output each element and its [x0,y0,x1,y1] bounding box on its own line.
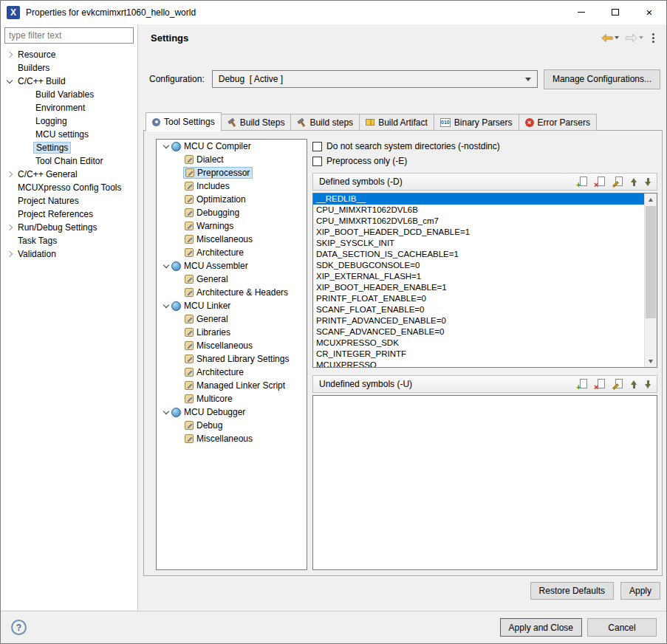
back-dropdown-icon[interactable] [615,36,619,39]
forward-dropdown-icon[interactable] [639,36,643,39]
defined-symbol-row[interactable]: SCANF_FLOAT_ENABLE=0 [313,304,644,315]
defined-symbol-row[interactable]: DATA_SECTION_IS_CACHEABLE=1 [313,249,644,260]
sidebar-item-tool-chain-editor[interactable]: Tool Chain Editor [1,154,137,168]
chevron-down-icon[interactable] [161,265,171,267]
add-symbol-icon[interactable]: + [576,378,589,390]
tool-tree-item-mcu-c-compiler[interactable]: MCU C Compiler [157,140,307,153]
defined-symbol-row[interactable]: __REDLIB__ [313,193,644,205]
tool-tree-item-general[interactable]: General [157,273,307,286]
cancel-button[interactable]: Cancel [587,618,657,637]
sidebar-item-mcu-settings[interactable]: MCU settings [1,128,137,141]
defined-symbol-row[interactable]: CPU_MIMXRT1062DVL6B_cm7 [313,216,644,227]
configuration-combo[interactable]: Debug [ Active ] [212,70,538,88]
sidebar-item-build-variables[interactable]: Build Variables [1,88,137,101]
tool-tree-item-libraries[interactable]: Libraries [157,326,307,339]
close-button[interactable]: × [632,1,666,24]
add-symbol-icon[interactable]: + [576,176,589,188]
chevron-down-icon[interactable] [4,80,16,83]
defined-symbol-row[interactable]: SCANF_ADVANCED_ENABLE=0 [313,326,644,338]
preprocess-only-checkbox[interactable] [312,157,322,166]
help-icon[interactable]: ? [11,620,27,635]
restore-defaults-button[interactable]: Restore Defaults [530,582,614,600]
sidebar-item-resource[interactable]: Resource [1,48,137,61]
delete-symbol-icon[interactable]: × [594,378,606,390]
tab-binary-parsers[interactable]: Binary Parsers [434,114,519,131]
tool-tree-item-dialect[interactable]: Dialect [157,153,307,166]
sidebar-item-builders[interactable]: Builders [1,61,137,75]
defined-symbol-row[interactable]: MCUXPRESSO_SDK [313,338,644,349]
chevron-right-icon[interactable] [4,52,16,57]
tool-tree-item-mcu-assembler[interactable]: MCU Assembler [157,259,307,273]
defined-symbols-list[interactable]: __REDLIB__ CPU_MIMXRT1062DVL6B CPU_MIMXR… [312,193,657,368]
back-button[interactable] [599,32,621,44]
sidebar-item-task-tags[interactable]: Task Tags [1,234,137,247]
apply-and-close-button[interactable]: Apply and Close [500,618,582,637]
tool-tree-item-architecture-headers[interactable]: Architecture & Headers [157,286,307,299]
minimize-button[interactable] [564,1,598,24]
sidebar-item-mcuxpresso-config-tools[interactable]: MCUXpresso Config Tools [1,181,137,194]
defined-symbol-row[interactable]: PRINTF_FLOAT_ENABLE=0 [313,293,644,304]
manage-configurations-button[interactable]: Manage Configurations... [544,69,660,89]
sidebar-item-project-natures[interactable]: Project Natures [1,194,137,208]
preprocess-only-option[interactable]: Preprocess only (-E) [312,154,657,168]
chevron-down-icon[interactable] [161,411,171,414]
scroll-up-icon[interactable] [645,193,657,205]
apply-button[interactable]: Apply [620,582,660,600]
move-up-icon[interactable] [629,176,638,188]
chevron-down-icon[interactable] [161,145,171,148]
sidebar-item-logging[interactable]: Logging [1,114,137,128]
nostdinc-option[interactable]: Do not search system directories (-nostd… [312,139,657,154]
move-down-icon[interactable] [643,378,652,390]
filter-input[interactable] [4,27,134,44]
scrollbar-thumb[interactable] [646,206,656,318]
tab-build-steps-2[interactable]: Build steps [291,114,360,131]
tool-tree-item-preprocessor[interactable]: Preprocessor [157,166,307,179]
defined-symbol-row[interactable]: SDK_DEBUGCONSOLE=0 [313,260,644,271]
defined-symbol-row[interactable]: CR_INTEGER_PRINTF [313,349,644,360]
view-menu-icon[interactable] [648,32,659,44]
tool-tree-item-linker-general[interactable]: General [157,312,307,326]
tool-tree-item-mcu-linker[interactable]: MCU Linker [157,299,307,312]
chevron-right-icon[interactable] [4,252,16,256]
forward-button[interactable] [623,32,646,44]
tool-tree-item-mcu-debugger[interactable]: MCU Debugger [157,405,307,419]
titlebar[interactable]: X Properties for evkcmimxrt1060_hello_wo… [1,1,666,24]
delete-symbol-icon[interactable]: × [594,176,606,188]
undefined-symbols-list[interactable] [312,395,657,570]
tool-tree-item-optimization[interactable]: Optimization [157,193,307,206]
defined-symbols-scrollbar[interactable] [644,193,657,367]
tool-tree-item-includes[interactable]: Includes [157,179,307,193]
defined-symbol-row[interactable]: CPU_MIMXRT1062DVL6B [313,205,644,216]
maximize-button[interactable] [598,1,632,24]
tab-error-parsers[interactable]: Error Parsers [519,114,597,131]
tab-tool-settings[interactable]: Tool Settings [146,112,222,131]
move-up-icon[interactable] [629,378,638,390]
chevron-right-icon[interactable] [4,225,16,230]
sidebar-item-environment[interactable]: Environment [1,101,137,114]
tool-tree-item-debug[interactable]: Debug [157,419,307,432]
tool-tree-item-managed-linker-script[interactable]: Managed Linker Script [157,379,307,392]
tab-build-artifact[interactable]: Build Artifact [360,114,434,131]
tool-tree-item-shared-library-settings[interactable]: Shared Library Settings [157,352,307,366]
sidebar-item-cpp-build[interactable]: C/C++ Build [1,75,137,88]
nostdinc-checkbox[interactable] [312,142,322,151]
edit-symbol-icon[interactable] [612,378,624,390]
tool-tree-item-debugger-miscellaneous[interactable]: Miscellaneous [157,432,307,445]
sidebar-item-cpp-general[interactable]: C/C++ General [1,168,137,181]
sidebar-item-run-debug-settings[interactable]: Run/Debug Settings [1,221,137,234]
tool-tree-item-linker-miscellaneous[interactable]: Miscellaneous [157,339,307,352]
tool-tree-item-architecture[interactable]: Architecture [157,246,307,259]
defined-symbol-row[interactable]: XIP_EXTERNAL_FLASH=1 [313,271,644,282]
scroll-down-icon[interactable] [645,355,657,367]
move-down-icon[interactable] [643,176,652,188]
sidebar-item-validation[interactable]: Validation [1,247,137,261]
tool-tree-item-linker-architecture[interactable]: Architecture [157,366,307,379]
edit-symbol-icon[interactable] [612,176,624,188]
defined-symbol-row[interactable]: PRINTF_ADVANCED_ENABLE=0 [313,315,644,326]
tool-tree-item-miscellaneous[interactable]: Miscellaneous [157,233,307,246]
chevron-right-icon[interactable] [4,172,16,177]
sidebar-item-project-references[interactable]: Project References [1,208,137,221]
sidebar-item-settings[interactable]: Settings [1,141,137,154]
defined-symbol-row[interactable]: XIP_BOOT_HEADER_DCD_ENABLE=1 [313,227,644,238]
tool-tree-item-debugging[interactable]: Debugging [157,206,307,219]
